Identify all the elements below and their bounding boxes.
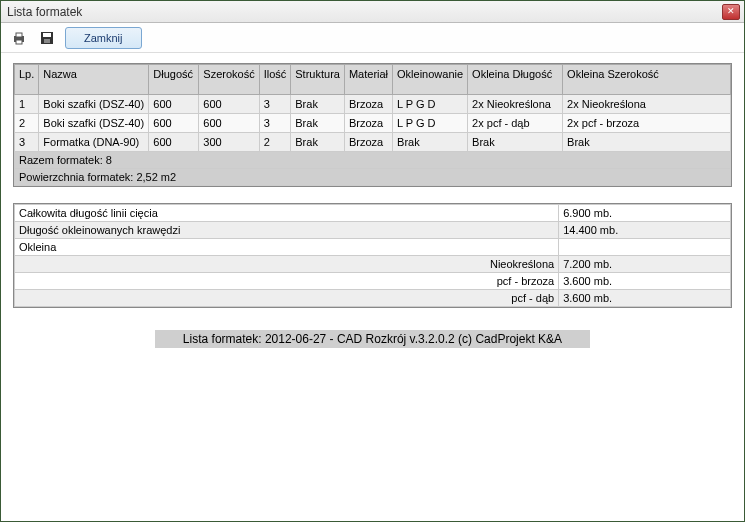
toolbar: Zamknij xyxy=(1,23,744,53)
col-okleina-dl: Okleina Długość xyxy=(468,65,563,95)
cell-nazwa: Formatka (DNA-90) xyxy=(39,133,149,152)
cell-sz: 600 xyxy=(199,95,259,114)
col-struktura: Struktura xyxy=(291,65,345,95)
svg-rect-5 xyxy=(44,39,50,43)
cell-il: 3 xyxy=(259,95,291,114)
footer: Lista formatek: 2012-06-27 - CAD Rozkrój… xyxy=(13,330,732,348)
stats-row: Okleina xyxy=(15,239,731,256)
stats-label: Całkowita długość linii cięcia xyxy=(15,205,559,222)
stats-row: Całkowita długość linii cięcia6.900 mb. xyxy=(15,205,731,222)
stats-label: Długość okleinowanych krawędzi xyxy=(15,222,559,239)
save-icon[interactable] xyxy=(37,28,57,48)
stats-table: Całkowita długość linii cięcia6.900 mb.D… xyxy=(14,204,731,307)
footer-text: Lista formatek: 2012-06-27 - CAD Rozkrój… xyxy=(155,330,590,348)
main-table-panel: Lp. Nazwa Długość Szerokość Ilość Strukt… xyxy=(13,63,732,187)
formatki-table: Lp. Nazwa Długość Szerokość Ilość Strukt… xyxy=(14,64,731,186)
window-title: Lista formatek xyxy=(5,5,722,19)
close-icon[interactable]: ✕ xyxy=(722,4,740,20)
stats-sub-label: pcf - brzoza xyxy=(15,273,559,290)
cell-okl_sz: 2x pcf - brzoza xyxy=(563,114,731,133)
cell-mat: Brzoza xyxy=(344,95,392,114)
cell-lp: 2 xyxy=(15,114,39,133)
cell-okl_dl: Brak xyxy=(468,133,563,152)
col-okleina-sz: Okleina Szerokość xyxy=(563,65,731,95)
cell-dl: 600 xyxy=(149,114,199,133)
col-lp: Lp. xyxy=(15,65,39,95)
content: Lp. Nazwa Długość Szerokość Ilość Strukt… xyxy=(1,53,744,521)
summary-area: Powierzchnia formatek: 2,52 m2 xyxy=(15,169,731,186)
cell-sz: 300 xyxy=(199,133,259,152)
stats-row: Długość okleinowanych krawędzi14.400 mb. xyxy=(15,222,731,239)
cell-okl: L P G D xyxy=(393,95,468,114)
table-row: 2Boki szafki (DSZ-40)6006003BrakBrzozaL … xyxy=(15,114,731,133)
cell-mat: Brzoza xyxy=(344,133,392,152)
close-button[interactable]: Zamknij xyxy=(65,27,142,49)
stats-sub-row: pcf - dąb3.600 mb. xyxy=(15,290,731,307)
summary-count: Razem formatek: 8 xyxy=(15,152,731,169)
cell-okl_dl: 2x pcf - dąb xyxy=(468,114,563,133)
cell-okl_sz: 2x Nieokreślona xyxy=(563,95,731,114)
cell-okl_sz: Brak xyxy=(563,133,731,152)
stats-value: 14.400 mb. xyxy=(559,222,731,239)
col-nazwa: Nazwa xyxy=(39,65,149,95)
cell-lp: 1 xyxy=(15,95,39,114)
stats-sub-label: pcf - dąb xyxy=(15,290,559,307)
cell-okl: L P G D xyxy=(393,114,468,133)
cell-okl_dl: 2x Nieokreślona xyxy=(468,95,563,114)
cell-nazwa: Boki szafki (DSZ-40) xyxy=(39,114,149,133)
stats-sub-row: Nieokreślona7.200 mb. xyxy=(15,256,731,273)
stats-label: Okleina xyxy=(15,239,559,256)
cell-mat: Brzoza xyxy=(344,114,392,133)
cell-il: 2 xyxy=(259,133,291,152)
cell-il: 3 xyxy=(259,114,291,133)
window: Lista formatek ✕ Zamknij Lp. Nazwa Długo… xyxy=(0,0,745,522)
print-icon[interactable] xyxy=(9,28,29,48)
cell-nazwa: Boki szafki (DSZ-40) xyxy=(39,95,149,114)
cell-str: Brak xyxy=(291,95,345,114)
cell-dl: 600 xyxy=(149,95,199,114)
cell-str: Brak xyxy=(291,133,345,152)
cell-str: Brak xyxy=(291,114,345,133)
stats-sub-label: Nieokreślona xyxy=(15,256,559,273)
cell-lp: 3 xyxy=(15,133,39,152)
svg-rect-4 xyxy=(43,33,51,37)
stats-sub-value: 3.600 mb. xyxy=(559,273,731,290)
svg-rect-2 xyxy=(16,40,22,44)
cell-dl: 600 xyxy=(149,133,199,152)
table-row: 1Boki szafki (DSZ-40)6006003BrakBrzozaL … xyxy=(15,95,731,114)
titlebar: Lista formatek ✕ xyxy=(1,1,744,23)
col-szerokosc: Szerokość xyxy=(199,65,259,95)
col-okleinowanie: Okleinowanie xyxy=(393,65,468,95)
cell-okl: Brak xyxy=(393,133,468,152)
stats-value xyxy=(559,239,731,256)
col-dlugosc: Długość xyxy=(149,65,199,95)
stats-value: 6.900 mb. xyxy=(559,205,731,222)
cell-sz: 600 xyxy=(199,114,259,133)
svg-rect-1 xyxy=(16,33,22,37)
table-row: 3Formatka (DNA-90)6003002BrakBrzozaBrakB… xyxy=(15,133,731,152)
stats-sub-row: pcf - brzoza3.600 mb. xyxy=(15,273,731,290)
stats-panel: Całkowita długość linii cięcia6.900 mb.D… xyxy=(13,203,732,308)
col-material: Materiał xyxy=(344,65,392,95)
col-ilosc: Ilość xyxy=(259,65,291,95)
stats-sub-value: 3.600 mb. xyxy=(559,290,731,307)
stats-sub-value: 7.200 mb. xyxy=(559,256,731,273)
